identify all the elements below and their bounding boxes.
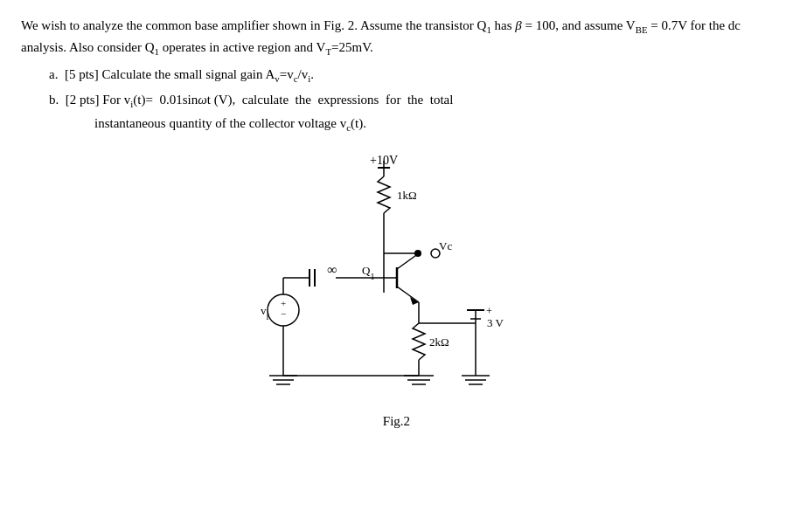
circuit-svg: +10V 1kΩ Vc: [213, 149, 581, 411]
vee-plus: +: [486, 305, 492, 317]
problem-container: We wish to analyze the common base ampli…: [21, 16, 772, 429]
vi-plus: +: [280, 298, 285, 308]
rc-label: 1kΩ: [397, 189, 417, 202]
part-b-text: For vi(t)= 0.01sinωt (V), calculate the …: [102, 93, 453, 107]
vee-label: 3 V: [487, 316, 504, 329]
part-a: a. [5 pts] Calculate the small signal ga…: [49, 64, 772, 87]
vi-minus: −: [280, 308, 285, 319]
part-b-indent: instantaneous quantity of the collector …: [94, 113, 366, 136]
part-b-label: b.: [49, 93, 62, 107]
part-b-pts: [2 pts]: [66, 93, 100, 107]
circuit-diagram: +10V 1kΩ Vc: [21, 149, 772, 411]
part-b: b. [2 pts] For vi(t)= 0.01sinωt (V), cal…: [49, 89, 772, 136]
part-a-pts: [5 pts]: [65, 67, 99, 81]
part-a-label: a.: [49, 67, 61, 81]
part-a-text: Calculate the small signal gain Av=vc/vi…: [101, 67, 313, 81]
infinity-symbol: ∞: [327, 262, 337, 277]
vc-text: Vc: [439, 239, 452, 252]
svg-line-6: [397, 253, 419, 269]
svg-line-7: [397, 287, 419, 302]
fig-label: Fig.2: [21, 414, 772, 429]
re-label: 2kΩ: [429, 335, 449, 349]
intro-paragraph: We wish to analyze the common base ampli…: [21, 16, 772, 59]
